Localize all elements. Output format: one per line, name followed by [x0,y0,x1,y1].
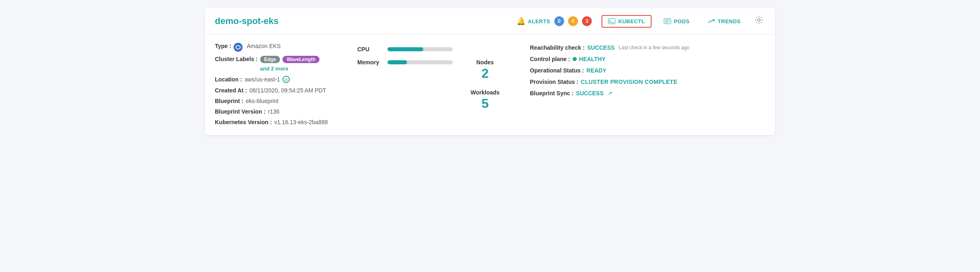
created-at-row: Created At : 08/11/2020, 09:54:25 AM PDT [215,87,345,94]
cpu-row: CPU [357,46,453,53]
main-card: demo-spot-eks 🔔 ALERTS 0 0 3 KUBECTL [205,8,775,135]
content: Type : Amazon EKS Cluster Labels : Edge … [205,35,775,135]
bell-icon: 🔔 [516,17,526,26]
pods-button[interactable]: PODS [658,16,696,27]
nodes-block: Nodes 2 [477,59,494,81]
resource-metrics: CPU Memory [345,43,453,125]
kubernetes-version-row: Kubernetes Version : v1.16.13-eks-2ba888 [215,119,345,125]
label-tags: Edge WaveLength and 2 more [260,56,345,72]
external-link-icon[interactable]: ↗ [608,90,612,97]
blueprint-row: Blueprint : eks-blueprint [215,98,345,104]
svg-rect-0 [608,19,615,24]
header: demo-spot-eks 🔔 ALERTS 0 0 3 KUBECTL [205,8,775,35]
operational-status-row: Operational Status : READY [530,67,765,74]
type-row: Type : Amazon EKS [215,43,345,52]
cluster-labels-row: Cluster Labels : Edge WaveLength and 2 m… [215,56,345,72]
kubectl-button[interactable]: KUBECTL [602,15,652,28]
health-dot [573,57,577,61]
cluster-info: Type : Amazon EKS Cluster Labels : Edge … [215,43,345,125]
eks-icon [234,43,243,52]
memory-row: Memory [357,59,453,66]
settings-button[interactable] [753,14,765,29]
provision-status-row: Provision Status : CLUSTER PROVISION COM… [530,79,765,85]
blueprint-version-row: Blueprint Version : r136 [215,108,345,115]
badge-orange[interactable]: 0 [568,16,578,26]
more-labels-link[interactable]: and 2 more [260,66,288,72]
cpu-progress-bg [387,47,453,51]
status-section: Reachability check : SUCCESS Last check … [518,43,765,125]
badge-red[interactable]: 3 [582,16,592,26]
memory-progress-bg [387,60,453,64]
blueprint-sync-row: Blueprint Sync : SUCCESS ↗ [530,90,765,97]
alerts-section: 🔔 ALERTS 0 0 3 [516,16,592,26]
location-icon: ◎ [282,76,290,83]
page-title: demo-spot-eks [215,16,278,26]
trends-icon [708,18,715,24]
tag-wavelength: WaveLength [282,56,319,63]
location-row: Location : aws/us-east-1 ◎ [215,76,345,83]
trends-button[interactable]: TRENDS [702,16,746,27]
counts-section: Nodes 2 Workloads 5 [453,43,518,125]
badge-blue[interactable]: 0 [554,16,564,26]
kubectl-icon [608,18,615,24]
svg-point-6 [758,19,760,21]
memory-progress-fill [387,60,407,64]
alerts-label: 🔔 ALERTS [516,17,551,26]
control-plane-row: Control plane : HEALTHY [530,56,765,62]
workloads-block: Workloads 5 [470,89,499,111]
tag-edge: Edge [260,56,280,63]
cpu-progress-fill [387,47,423,51]
reachability-row: Reachability check : SUCCESS Last check … [530,44,765,51]
gear-icon [755,15,763,24]
pods-icon [664,18,671,24]
